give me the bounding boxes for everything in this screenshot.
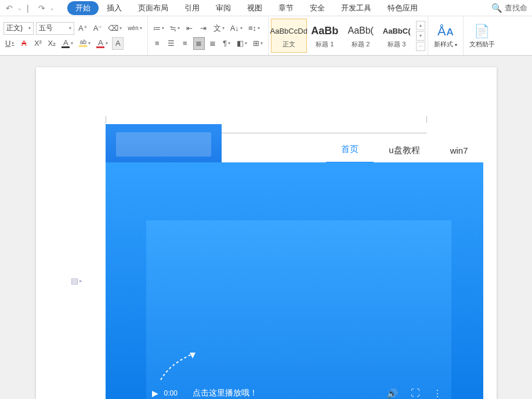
hero-banner: ▶ 0:00 点击这里播放哦！ 🔊 ⛶ ⋮ xyxy=(106,162,483,399)
borders-icon[interactable]: ⊞ xyxy=(251,37,265,50)
redo-dropdown[interactable]: ⌄ xyxy=(49,5,56,11)
phonetic-icon[interactable]: wén xyxy=(126,22,143,35)
align-left-icon[interactable]: ≡ xyxy=(151,37,163,50)
gallery-scroll: ▴ ▾ ⋯ xyxy=(416,19,425,53)
redo-icon[interactable]: ↷ xyxy=(37,3,46,13)
numbering-icon[interactable]: ≒ xyxy=(168,22,182,35)
style-label: 正文 xyxy=(283,40,295,49)
superscript-icon[interactable]: X² xyxy=(32,37,44,50)
undo-icon[interactable]: ↶ xyxy=(5,3,14,13)
menu-tabs: 开始 插入 页面布局 引用 审阅 视图 章节 安全 开发工具 特色应用 xyxy=(67,1,426,15)
embedded-web-content: 首页 u盘教程 win7 ▶ 0:00 点击这里播放哦！ 🔊 ⛶ ⋮ xyxy=(106,137,483,399)
separator: | xyxy=(26,3,30,13)
nav-win7[interactable]: win7 xyxy=(435,139,483,162)
tab-security[interactable]: 安全 xyxy=(302,1,333,15)
menu-bar: ↶ ⌄ | ↷ ⌄ 开始 插入 页面布局 引用 审阅 视图 章节 安全 开发工具… xyxy=(0,0,532,16)
tab-chapter[interactable]: 章节 xyxy=(270,1,302,15)
gallery-down-icon[interactable]: ▾ xyxy=(416,31,425,41)
subscript-icon[interactable]: X₂ xyxy=(46,37,57,50)
grow-font-icon[interactable]: A⁺ xyxy=(77,22,89,35)
doc-assistant-button[interactable]: 📄 文档助手 xyxy=(463,16,501,55)
font-group: 正文)▾ 五号▾ A⁺ A⁻ ⌫ wén U A X² X₂ A ab A A xyxy=(0,16,148,55)
text-effect-icon[interactable]: A xyxy=(60,37,75,50)
gallery-up-icon[interactable]: ▴ xyxy=(416,21,425,30)
nav-home[interactable]: 首页 xyxy=(326,137,374,164)
play-icon[interactable]: ▶ xyxy=(152,389,158,398)
style-heading3[interactable]: AaBbC( 标题 3 xyxy=(379,19,415,53)
style-heading1[interactable]: AaBb 标题 1 xyxy=(307,19,343,53)
style-preview: AaBb xyxy=(311,23,338,39)
align-justify-icon[interactable]: ≣ xyxy=(193,37,205,50)
quick-access: ↶ ⌄ | ↷ ⌄ xyxy=(5,3,56,13)
distribute-icon[interactable]: ≣ xyxy=(207,37,219,50)
align-right-icon[interactable]: ≡ xyxy=(179,37,191,50)
font-color-icon[interactable]: A xyxy=(95,37,110,50)
style-normal[interactable]: AaBbCcDd 正文 xyxy=(271,19,307,53)
style-label: 标题 3 xyxy=(388,40,406,49)
undo-dropdown[interactable]: ⌄ xyxy=(16,5,23,11)
doc-assistant-label: 文档助手 xyxy=(469,40,495,49)
page-outline-icon[interactable]: ▤ xyxy=(71,276,82,285)
align-center-icon[interactable]: ☰ xyxy=(165,37,177,50)
tab-special[interactable]: 特色应用 xyxy=(379,1,426,15)
style-preview: AaBb( xyxy=(348,23,373,39)
video-controls: ▶ 0:00 点击这里播放哦！ 🔊 ⛶ ⋮ xyxy=(146,380,451,399)
char-shading-icon[interactable]: A xyxy=(112,37,124,50)
document-area: ▤ 首页 u盘教程 win7 ▶ 0:00 点击这里播放哦！ xyxy=(0,56,532,399)
increase-indent-icon[interactable]: ⇥ xyxy=(198,22,209,35)
more-icon[interactable]: ⋮ xyxy=(429,388,446,399)
style-label: 标题 2 xyxy=(352,40,370,49)
font-size-select[interactable]: 五号▾ xyxy=(36,22,74,35)
para-spacing-icon[interactable]: ¶ xyxy=(221,37,233,50)
clear-format-icon[interactable]: ⌫ xyxy=(106,22,124,35)
asian-layout-icon[interactable]: 文 xyxy=(212,22,226,35)
video-hint: 点击这里播放哦！ xyxy=(193,388,258,398)
underline-icon[interactable]: U xyxy=(3,37,16,50)
new-style-icon: Åᴀ xyxy=(437,23,454,40)
style-gallery: AaBbCcDd 正文 AaBb 标题 1 AaBb( 标题 2 AaBbC( … xyxy=(269,16,428,55)
video-time: 0:00 xyxy=(164,389,178,397)
gallery-more-icon[interactable]: ⋯ xyxy=(416,42,425,51)
nav-usb-tutorial[interactable]: u盘教程 xyxy=(374,138,435,163)
ribbon: 正文)▾ 五号▾ A⁺ A⁻ ⌫ wén U A X² X₂ A ab A A … xyxy=(0,16,532,56)
font-name-select[interactable]: 正文)▾ xyxy=(3,22,34,35)
tab-pagelayout[interactable]: 页面布局 xyxy=(130,1,176,15)
tab-review[interactable]: 审阅 xyxy=(208,1,239,15)
style-preview: AaBbCcDd xyxy=(270,23,307,39)
tab-start[interactable]: 开始 xyxy=(67,1,99,15)
tab-insert[interactable]: 插入 xyxy=(99,1,130,15)
web-nav: 首页 u盘教程 win7 xyxy=(106,137,483,164)
decrease-indent-icon[interactable]: ⇤ xyxy=(184,22,196,35)
line-spacing-icon[interactable]: ≡↕ xyxy=(247,22,262,35)
shrink-font-icon[interactable]: A⁻ xyxy=(92,22,104,35)
fullscreen-icon[interactable]: ⛶ xyxy=(407,388,424,398)
style-heading2[interactable]: AaBb( 标题 2 xyxy=(343,19,379,53)
page[interactable]: ▤ 首页 u盘教程 win7 ▶ 0:00 点击这里播放哦！ xyxy=(36,67,497,399)
arrow-doodle-icon xyxy=(158,348,204,383)
highlight-icon[interactable]: ab xyxy=(77,37,92,50)
bullets-icon[interactable]: ≔ xyxy=(151,22,166,35)
search-icon: 🔍 xyxy=(491,3,502,13)
search-label: 查找命 xyxy=(505,3,527,13)
style-preview: AaBbC( xyxy=(383,23,411,39)
strikethrough-icon[interactable]: A xyxy=(18,37,30,50)
tab-reference[interactable]: 引用 xyxy=(176,1,208,15)
style-label: 标题 1 xyxy=(316,40,334,49)
new-style-label: 新样式 ▾ xyxy=(434,40,457,49)
volume-icon[interactable]: 🔊 xyxy=(383,388,401,399)
doc-assistant-icon: 📄 xyxy=(474,23,490,40)
tab-devtools[interactable]: 开发工具 xyxy=(333,1,379,15)
tab-view[interactable]: 视图 xyxy=(239,1,270,15)
search-area[interactable]: 🔍 查找命 xyxy=(491,3,527,13)
shading-icon[interactable]: ◧ xyxy=(235,37,249,50)
text-direction-icon[interactable]: A↓ xyxy=(229,22,244,35)
new-style-button[interactable]: Åᴀ 新样式 ▾ xyxy=(428,16,463,55)
paragraph-group: ≔ ≒ ⇤ ⇥ 文 A↓ ≡↕ ≡ ☰ ≡ ≣ ≣ ¶ ◧ ⊞ xyxy=(148,16,269,55)
